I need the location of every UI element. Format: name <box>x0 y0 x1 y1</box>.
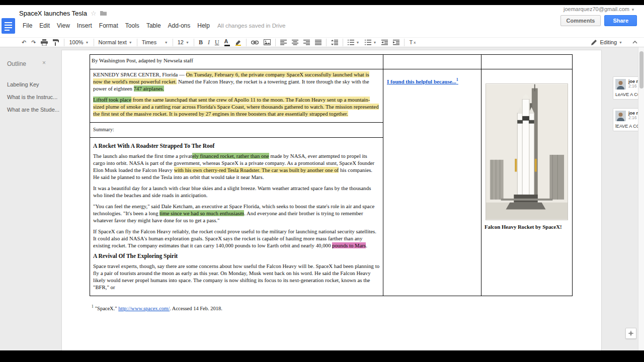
print-icon[interactable] <box>38 38 50 47</box>
menu-item[interactable]: Add-ons <box>165 21 194 30</box>
photo-cell[interactable]: Falcon Heavy Rocket by SpaceX! <box>481 69 572 296</box>
outline-item[interactable]: Labeling Key <box>7 81 59 87</box>
share-button[interactable]: Share <box>604 15 637 26</box>
align-right-icon[interactable] <box>301 38 312 47</box>
paragraph-style-select[interactable]: Normal text▼ <box>96 38 135 47</box>
menu-item[interactable]: View <box>53 21 73 30</box>
pencil-icon <box>591 40 597 45</box>
comments-button[interactable]: Comments <box>560 15 601 26</box>
bulleted-list-icon[interactable]: ▼ <box>362 38 379 47</box>
menu-item[interactable]: Help <box>194 21 213 30</box>
clear-formatting-button[interactable]: Tx <box>407 38 418 47</box>
menu-item[interactable]: Tools <box>122 21 143 30</box>
move-folder-icon[interactable] <box>100 11 107 16</box>
paragraph: The launch also marked the first time a … <box>93 152 380 180</box>
justify-icon[interactable] <box>312 38 324 47</box>
helpful-link[interactable]: I found this helpful because...1 <box>387 78 458 84</box>
collapse-toolbar-icon[interactable] <box>630 38 640 47</box>
document-page[interactable]: By Washington Post, adapted by Newsela s… <box>61 50 602 350</box>
account-email[interactable]: joemarquez70@gmail.com ▼ <box>560 6 635 12</box>
menu-item[interactable]: Table <box>143 21 165 30</box>
italic-button[interactable]: I <box>205 38 212 47</box>
paragraph: Liftoff took place from the same launchp… <box>93 96 380 117</box>
docs-header: SpaceX launches Tesla ☆ FileEditViewInse… <box>0 5 644 37</box>
bold-button[interactable]: B <box>196 38 205 47</box>
user-avatar <box>615 79 626 89</box>
insert-link-icon[interactable] <box>249 38 261 47</box>
summary-label: Summary: <box>93 127 114 132</box>
menu-item[interactable]: Edit <box>36 21 53 30</box>
document-title[interactable]: SpaceX launches Tesla <box>19 10 87 17</box>
section-heading: A Rocket With A Roadster Strapped To The… <box>93 143 380 149</box>
menu-item[interactable]: Format <box>96 21 122 30</box>
undo-button[interactable]: ↶ <box>19 38 29 47</box>
increase-indent-icon[interactable] <box>390 38 402 47</box>
paragraph: Space travel experts, though, say there … <box>93 262 380 291</box>
text-color-button[interactable]: A <box>222 38 232 47</box>
explore-icon <box>628 330 634 336</box>
zoom-select[interactable]: 100%▼ <box>66 38 91 47</box>
outline-close-icon[interactable]: × <box>42 59 46 66</box>
menu-item[interactable]: Insert <box>73 21 96 30</box>
save-status: All changes saved in Drive <box>217 23 286 29</box>
paragraph: KENNEDY SPACE CENTER, Florida — On Tuesd… <box>93 71 380 92</box>
article-cell[interactable]: KENNEDY SPACE CENTER, Florida — On Tuesd… <box>90 69 383 296</box>
numbered-list-icon[interactable]: ▼ <box>345 38 362 47</box>
underline-button[interactable]: U <box>212 38 222 47</box>
footnote-link[interactable]: http://www.spacex.com/ <box>118 306 170 311</box>
footnote: 1"SpaceX." http://www.spacex.com/. Acces… <box>92 304 222 311</box>
paragraph: It was a beautiful day for a launch with… <box>93 185 380 199</box>
insert-image-icon[interactable] <box>261 38 273 47</box>
summary-box[interactable]: Summary: <box>90 122 383 138</box>
explore-button[interactable] <box>625 328 636 339</box>
font-select[interactable]: Times▼ <box>139 38 171 47</box>
document-canvas: Outline × Labeling KeyWhat is the Instru… <box>0 47 644 350</box>
helpful-cell[interactable]: I found this helpful because...1 <box>383 69 481 296</box>
photo-caption: Falcon Heavy Rocket by SpaceX! <box>484 224 570 230</box>
mode-select[interactable]: Editing▼ <box>589 38 625 47</box>
font-size-select[interactable]: 12▼ <box>175 38 192 47</box>
highlight-color-button[interactable] <box>232 38 244 47</box>
section-heading: A Revival Of The Exploring Spirit <box>93 253 380 259</box>
footnote-ref: 1 <box>92 304 94 309</box>
menu-item[interactable]: File <box>19 21 36 30</box>
docs-logo-icon[interactable] <box>2 18 15 34</box>
paint-format-icon[interactable] <box>50 38 62 47</box>
app-window: SpaceX launches Tesla ☆ FileEditViewInse… <box>0 5 644 350</box>
paragraph: "You can feel the energy," said Dale Ket… <box>93 203 380 224</box>
scrollbar-thumb[interactable] <box>639 51 643 88</box>
star-icon[interactable]: ☆ <box>91 10 97 17</box>
outline-item[interactable]: What is the Instruc... <box>7 94 59 100</box>
outline-item[interactable]: What are the Stude... <box>7 107 59 113</box>
align-center-icon[interactable] <box>289 38 301 47</box>
outline-header: Outline <box>7 60 26 67</box>
user-avatar <box>615 111 626 121</box>
menubar: FileEditViewInsertFormatToolsTableAdd-on… <box>19 21 285 31</box>
redo-button[interactable]: ↷ <box>29 38 38 47</box>
decrease-indent-icon[interactable] <box>379 38 390 47</box>
scrollbar[interactable] <box>638 47 644 350</box>
chevron-down-icon: ▼ <box>631 8 635 12</box>
paragraph: If SpaceX can fly the Falcon Heavy relia… <box>93 228 380 249</box>
falcon-heavy-photo <box>486 83 568 220</box>
line-spacing-icon[interactable] <box>329 38 341 47</box>
align-left-icon[interactable] <box>278 38 289 47</box>
doc-table: KENNEDY SPACE CENTER, Florida — On Tuesd… <box>90 54 573 296</box>
toolbar: ↶ ↷ 100%▼ Normal text▼ Times▼ 12▼ B I U … <box>0 37 644 47</box>
